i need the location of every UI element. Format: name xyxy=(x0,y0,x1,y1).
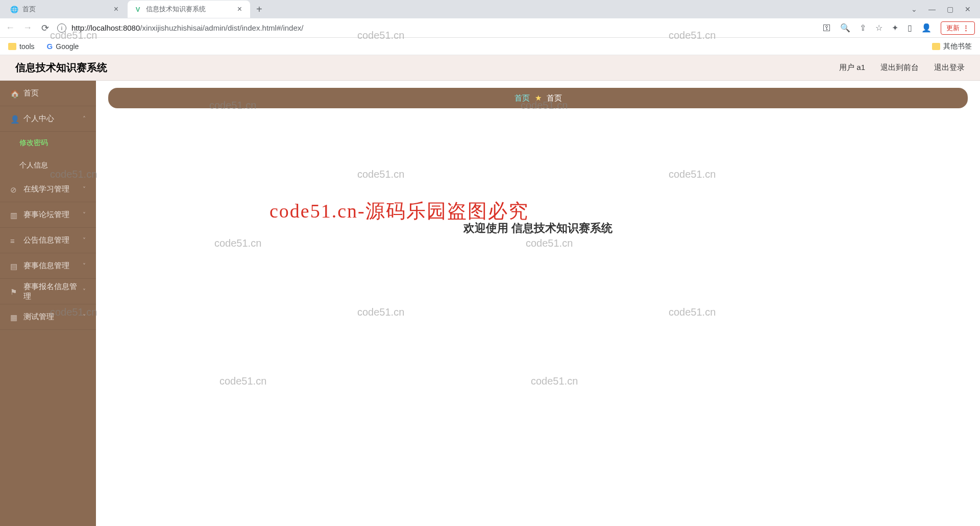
update-button[interactable]: 更新⋮ xyxy=(941,21,975,35)
bookmarks-bar: tools G Google 其他书签 xyxy=(0,38,980,55)
sidebar-item-label: 公告信息管理 xyxy=(23,235,83,245)
star-icon[interactable]: ☆ xyxy=(875,23,883,33)
chevron-down-icon[interactable]: ⌄ xyxy=(911,5,917,13)
breadcrumb: 首页 ★ 首页 xyxy=(108,88,968,108)
sidebar-item-label: 赛事论坛管理 xyxy=(23,210,83,220)
sidebar: 🏠 首页 👤 个人中心 ˄ 修改密码 个人信息 ⊘ 在线学习管理 ˅ ▥ 赛事论… xyxy=(0,81,96,526)
notice-icon: ≡ xyxy=(10,236,18,245)
sidebar-item-label: 赛事信息管理 xyxy=(23,261,83,271)
forum-icon: ▥ xyxy=(10,211,18,219)
sidebar-sub-personal-info[interactable]: 个人信息 xyxy=(0,154,96,177)
sidepanel-icon[interactable]: ▯ xyxy=(908,23,912,33)
sidebar-item-label: 首页 xyxy=(23,88,86,98)
maximize-icon[interactable]: ▢ xyxy=(947,5,953,13)
welcome-text: 欢迎使用 信息技术知识赛系统 xyxy=(108,221,968,236)
tab-title: 信息技术知识赛系统 xyxy=(146,5,235,14)
main-content: 首页 ★ 首页 欢迎使用 信息技术知识赛系统 code51.cn-源码乐园盗图必… xyxy=(96,81,980,526)
zoom-icon[interactable]: 🔍 xyxy=(840,23,850,33)
app-header: 信息技术知识赛系统 用户 a1 退出到前台 退出登录 xyxy=(0,55,980,81)
new-tab-button[interactable]: + xyxy=(251,4,267,15)
home-icon: 🏠 xyxy=(10,89,18,98)
sidebar-item-online-study[interactable]: ⊘ 在线学习管理 ˅ xyxy=(0,177,96,202)
extensions-icon[interactable]: ✦ xyxy=(892,23,898,33)
to-front-button[interactable]: 退出到前台 xyxy=(880,63,919,73)
breadcrumb-current: 首页 xyxy=(547,93,562,103)
sidebar-item-label: 赛事报名信息管理 xyxy=(23,282,83,301)
sidebar-item-notice[interactable]: ≡ 公告信息管理 ˅ xyxy=(0,228,96,253)
url-port: :8080 xyxy=(121,23,140,32)
info-icon[interactable]: i xyxy=(57,23,66,33)
sidebar-sub-label: 个人信息 xyxy=(19,161,48,170)
bookmark-label: 其他书签 xyxy=(943,42,972,51)
sidebar-sub-label: 修改密码 xyxy=(19,138,48,148)
tab-title: 首页 xyxy=(22,5,112,14)
minimize-icon[interactable]: — xyxy=(928,5,936,13)
chevron-up-icon: ˄ xyxy=(83,115,86,123)
chevron-down-icon: ˅ xyxy=(83,288,86,295)
book-icon: ⊘ xyxy=(10,185,18,194)
window-controls: ⌄ — ▢ ✕ xyxy=(911,5,976,13)
share-icon[interactable]: ⇪ xyxy=(860,23,866,33)
event-icon: ▤ xyxy=(10,262,18,270)
chevron-down-icon: ˅ xyxy=(83,262,86,270)
chevron-down-icon: ˅ xyxy=(83,314,86,321)
user-icon: 👤 xyxy=(10,115,18,123)
close-window-icon[interactable]: ✕ xyxy=(965,5,971,13)
close-icon[interactable]: × xyxy=(235,5,244,14)
url-path: /xinxijishuzhishisai/admin/dist/index.ht… xyxy=(140,23,303,32)
back-button[interactable]: ← xyxy=(5,22,15,33)
reload-button[interactable]: ⟳ xyxy=(40,22,50,34)
google-icon: G xyxy=(47,42,53,51)
address-bar: ← → ⟳ i http://localhost:8080/xinxijishu… xyxy=(0,18,980,38)
sidebar-item-label: 在线学习管理 xyxy=(23,184,83,194)
url-input[interactable]: i http://localhost:8080/xinxijishuzhishi… xyxy=(57,23,816,33)
bookmark-label: Google xyxy=(56,42,79,51)
sidebar-item-test[interactable]: ▦ 测试管理 ˅ xyxy=(0,304,96,330)
browser-tab-strip: 🌐 首页 × V 信息技术知识赛系统 × + ⌄ — ▢ ✕ xyxy=(0,0,980,18)
breadcrumb-root[interactable]: 首页 xyxy=(514,93,530,103)
test-icon: ▦ xyxy=(10,313,18,321)
globe-icon: 🌐 xyxy=(10,5,18,13)
url-host: localhost xyxy=(91,23,121,32)
vue-icon: V xyxy=(134,5,142,13)
toolbar-icons: ⚿ 🔍 ⇪ ☆ ✦ ▯ 👤 更新⋮ xyxy=(823,21,975,35)
chevron-down-icon: ˅ xyxy=(83,211,86,219)
sidebar-item-signup[interactable]: ⚑ 赛事报名信息管理 ˅ xyxy=(0,279,96,304)
bookmark-google[interactable]: G Google xyxy=(47,42,79,51)
chevron-down-icon: ˅ xyxy=(83,237,86,244)
forward-button[interactable]: → xyxy=(22,22,33,33)
folder-icon xyxy=(8,43,16,50)
sidebar-item-event[interactable]: ▤ 赛事信息管理 ˅ xyxy=(0,253,96,279)
sidebar-item-profile[interactable]: 👤 个人中心 ˄ xyxy=(0,106,96,132)
logout-button[interactable]: 退出登录 xyxy=(934,63,965,73)
app-body: 🏠 首页 👤 个人中心 ˄ 修改密码 个人信息 ⊘ 在线学习管理 ˅ ▥ 赛事论… xyxy=(0,81,980,526)
other-bookmarks[interactable]: 其他书签 xyxy=(932,42,972,51)
sidebar-item-label: 测试管理 xyxy=(23,312,83,322)
chevron-down-icon: ˅ xyxy=(83,186,86,193)
flag-icon: ⚑ xyxy=(10,288,18,296)
user-label[interactable]: 用户 a1 xyxy=(839,63,865,73)
browser-tab-active[interactable]: V 信息技术知识赛系统 × xyxy=(128,1,250,18)
close-icon[interactable]: × xyxy=(112,5,120,14)
star-separator-icon: ★ xyxy=(535,93,542,103)
sidebar-sub-change-password[interactable]: 修改密码 xyxy=(0,132,96,154)
sidebar-item-forum[interactable]: ▥ 赛事论坛管理 ˅ xyxy=(0,202,96,228)
profile-icon[interactable]: 👤 xyxy=(921,23,932,33)
bookmark-tools[interactable]: tools xyxy=(8,42,35,51)
bookmark-label: tools xyxy=(19,42,35,51)
browser-tab-inactive[interactable]: 🌐 首页 × xyxy=(4,1,127,18)
folder-icon xyxy=(932,43,940,50)
header-actions: 用户 a1 退出到前台 退出登录 xyxy=(839,63,965,73)
sidebar-item-home[interactable]: 🏠 首页 xyxy=(0,81,96,106)
app-title: 信息技术知识赛系统 xyxy=(15,61,107,75)
key-icon[interactable]: ⚿ xyxy=(823,23,831,33)
sidebar-item-label: 个人中心 xyxy=(23,114,83,124)
